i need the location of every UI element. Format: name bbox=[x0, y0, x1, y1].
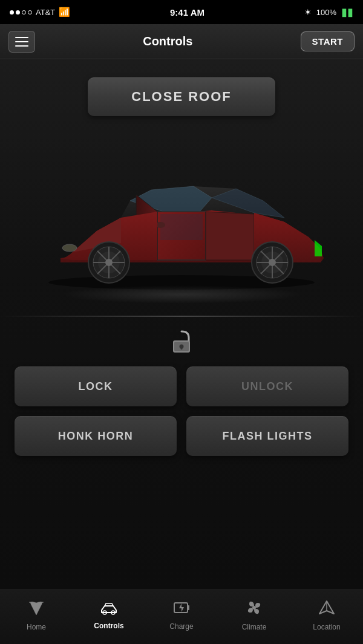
tab-controls-label: Controls bbox=[94, 622, 123, 630]
tab-controls[interactable]: Controls bbox=[73, 590, 145, 644]
tab-climate[interactable]: Climate bbox=[218, 590, 290, 644]
lock-icon bbox=[171, 329, 192, 353]
honk-horn-button[interactable]: HONK HORN bbox=[15, 416, 177, 456]
wifi-icon: 📶 bbox=[59, 7, 70, 18]
svg-point-18 bbox=[62, 244, 77, 252]
car-tab-icon bbox=[99, 602, 119, 615]
svg-rect-22 bbox=[181, 346, 183, 350]
battery-icon: ▮▮ bbox=[341, 5, 353, 19]
climate-tab-icon bbox=[246, 599, 263, 620]
honk-flash-row: HONK HORN FLASH LIGHTS bbox=[0, 416, 363, 456]
lock-divider bbox=[0, 316, 363, 317]
close-roof-button[interactable]: CLOSE ROOF bbox=[88, 77, 275, 116]
dot3 bbox=[22, 10, 26, 15]
lock-controls-row: LOCK UNLOCK bbox=[0, 366, 363, 406]
lock-icon-wrap bbox=[171, 329, 192, 356]
dot1 bbox=[10, 10, 14, 15]
tab-climate-label: Climate bbox=[242, 623, 267, 631]
signal-dots bbox=[10, 10, 32, 15]
controls-tab-icon bbox=[99, 600, 119, 619]
carrier-label: AT&T bbox=[36, 8, 55, 17]
unlock-button[interactable]: UNLOCK bbox=[186, 366, 348, 406]
navigation-icon bbox=[318, 599, 335, 616]
car-glow bbox=[60, 285, 302, 304]
menu-icon-line2 bbox=[15, 41, 28, 42]
tab-charge[interactable]: Charge bbox=[145, 590, 218, 644]
svg-point-27 bbox=[252, 606, 256, 610]
dot2 bbox=[16, 10, 20, 15]
time-label: 9:41 AM bbox=[170, 7, 204, 18]
dot4 bbox=[28, 10, 32, 15]
svg-rect-26 bbox=[188, 605, 189, 610]
tesla-logo-icon bbox=[28, 599, 45, 616]
charge-icon bbox=[173, 600, 190, 616]
header: Controls START bbox=[0, 24, 363, 59]
svg-point-9 bbox=[105, 259, 113, 266]
status-left: AT&T 📶 bbox=[10, 7, 70, 18]
battery-label: 100% bbox=[316, 8, 336, 17]
tab-home[interactable]: Home bbox=[0, 590, 73, 644]
main-content: CLOSE ROOF bbox=[0, 59, 363, 590]
menu-button[interactable] bbox=[8, 31, 35, 53]
tab-location[interactable]: Location bbox=[290, 590, 363, 644]
tab-home-label: Home bbox=[27, 623, 46, 631]
location-tab-icon bbox=[318, 599, 335, 620]
status-bar: AT&T 📶 9:41 AM ✶ 100% ▮▮ bbox=[0, 0, 363, 24]
svg-point-17 bbox=[269, 259, 276, 266]
flash-lights-button[interactable]: FLASH LIGHTS bbox=[186, 416, 348, 456]
menu-icon-line3 bbox=[15, 45, 28, 47]
fan-icon bbox=[246, 599, 263, 616]
tab-charge-label: Charge bbox=[169, 622, 193, 631]
car-image-area bbox=[0, 128, 363, 310]
bluetooth-icon: ✶ bbox=[304, 7, 312, 17]
start-button[interactable]: START bbox=[301, 31, 355, 51]
lock-section: LOCK UNLOCK HONK HORN FLASH LIGHTS bbox=[0, 316, 363, 466]
tab-location-label: Location bbox=[313, 623, 340, 631]
status-right: ✶ 100% ▮▮ bbox=[304, 5, 353, 19]
page-title: Controls bbox=[143, 34, 192, 48]
menu-icon-line1 bbox=[15, 37, 28, 38]
lock-button[interactable]: LOCK bbox=[15, 366, 177, 406]
charge-tab-icon bbox=[173, 600, 190, 620]
car-illustration bbox=[24, 146, 339, 291]
home-tab-icon bbox=[28, 599, 45, 620]
tab-bar: Home Controls Charge bbox=[0, 590, 363, 644]
